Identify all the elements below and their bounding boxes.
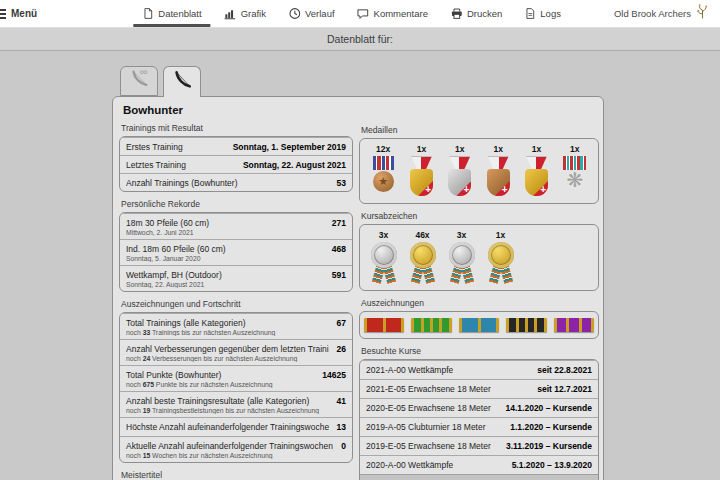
row-value: Sonntag, 22. August 2021 bbox=[243, 160, 346, 170]
course-badges-section-title: Kursabzeichen bbox=[361, 211, 597, 221]
tab-bowhunter[interactable] bbox=[163, 66, 201, 97]
badge-count: 3x bbox=[379, 230, 388, 240]
table-row: 2021-E-05 Erwachsene 18 Meter seit 12.7.… bbox=[360, 379, 598, 398]
club-logo-icon bbox=[695, 3, 710, 24]
row-label: Höchste Anzahl aufeinanderfolgender Trai… bbox=[126, 422, 329, 432]
rosette-badge-icon bbox=[368, 242, 400, 283]
row-value: 14625 bbox=[322, 370, 346, 380]
hamburger-icon bbox=[0, 9, 6, 19]
page-title: Datenblatt für: bbox=[327, 33, 393, 45]
menu-button[interactable]: Menü bbox=[0, 8, 37, 19]
row-value: Sonntag, 1. September 2019 bbox=[233, 142, 346, 152]
ribbon-segment bbox=[528, 318, 534, 332]
row-label: 18m 30 Pfeile (60 cm) bbox=[126, 218, 324, 228]
row-subtext: Sonntag, 22. August 2021 bbox=[126, 281, 324, 288]
award-ribbon bbox=[506, 318, 546, 332]
row-subtext: noch 15 Wochen bis zur nächsten Auszeich… bbox=[126, 452, 333, 459]
row-subtext: Sonntag, 5. Januar 2020 bbox=[126, 255, 324, 262]
ribbon-segment bbox=[509, 318, 515, 332]
trainings-section-title: Trainings mit Resultat bbox=[121, 123, 351, 133]
medal: 1x bbox=[519, 144, 553, 196]
tab-grafik[interactable]: Grafik bbox=[224, 0, 266, 27]
nav-label: Kommentare bbox=[374, 8, 428, 19]
champion-section-title: Meistertitel bbox=[121, 470, 351, 480]
medal-count: 12x bbox=[376, 144, 390, 154]
medal: 1x bbox=[443, 144, 477, 196]
datasheet-panel: Bowhunter Trainings mit Resultat Erstes … bbox=[112, 96, 604, 480]
course-label: 2019-A-05 Clubturnier 18 Meter bbox=[366, 422, 486, 432]
medals-section-title: Medaillen bbox=[361, 125, 597, 135]
table-row: Anzahl beste Trainingsresultate (alle Ka… bbox=[120, 391, 352, 417]
row-label: Wettkampf, BH (Outdoor) bbox=[126, 270, 324, 280]
row-label: Ind. 18m 60 Pfeile (60 cm) bbox=[126, 244, 324, 254]
row-value: 13 bbox=[337, 422, 346, 432]
medal-pendant bbox=[448, 169, 471, 196]
tab-compound-bow[interactable] bbox=[120, 66, 158, 96]
row-label: Anzahl Verbesserungen gegenüber dem letz… bbox=[126, 344, 329, 354]
table-row: 2021-A-00 Wettkämpfe seit 22.8.2021 bbox=[360, 360, 598, 379]
medal: 1x bbox=[404, 144, 438, 196]
courses-section-title: Besuchte Kurse bbox=[361, 346, 597, 356]
table-row: 18m 30 Pfeile (60 cm) Mittwoch, 2. Juni … bbox=[120, 213, 352, 239]
ribbon-segment bbox=[442, 318, 448, 332]
records-box: 18m 30 Pfeile (60 cm) Mittwoch, 2. Juni … bbox=[119, 212, 353, 292]
table-row: 2020-E-05 Erwachsene 18 Meter 14.1.2020 … bbox=[360, 398, 598, 417]
medal-pendant bbox=[563, 169, 586, 192]
ribbon-segment bbox=[414, 318, 420, 332]
topbar: Menü Datenblatt Grafik Verlauf Kommentar… bbox=[0, 0, 720, 28]
medal-ribbon bbox=[373, 156, 394, 170]
row-value: 468 bbox=[332, 244, 346, 254]
tab-logs[interactable]: Logs bbox=[524, 0, 561, 27]
ribbon-segment bbox=[481, 318, 497, 332]
club-identity: Old Brook Archers bbox=[614, 3, 710, 24]
bowhunter-bow-icon bbox=[172, 70, 192, 94]
tab-datenblatt[interactable]: Datenblatt bbox=[142, 0, 201, 27]
menu-label: Menü bbox=[11, 8, 37, 19]
table-row: Anzahl Verbesserungen gegenüber dem letz… bbox=[120, 339, 352, 365]
award-ribbon bbox=[554, 318, 594, 332]
ribbon-segment bbox=[367, 318, 383, 332]
tab-drucken[interactable]: Drucken bbox=[450, 0, 502, 27]
table-row: Höchste Anzahl aufeinanderfolgender Trai… bbox=[120, 417, 352, 436]
medal-pendant bbox=[525, 169, 548, 196]
medal-count: 1x bbox=[532, 144, 541, 154]
row-label: Aktuelle Anzahl aufeinanderfolgender Tra… bbox=[126, 441, 333, 451]
table-row: Letztes Training Sonntag, 22. August 202… bbox=[120, 155, 352, 173]
row-subtext: noch 19 Trainingsbestleistungen bis zur … bbox=[126, 407, 329, 414]
ribbon-segment bbox=[582, 318, 591, 332]
row-label: Total Trainings (alle Kategorien) bbox=[126, 318, 329, 328]
medal-ribbon bbox=[449, 156, 470, 170]
trainings-box: Erstes Training Sonntag, 1. September 20… bbox=[119, 136, 353, 192]
rosette-badge-icon bbox=[446, 242, 478, 283]
table-row: Anzahl Trainings (Bowhunter) 53 bbox=[120, 173, 352, 191]
awards-box bbox=[359, 311, 599, 339]
show-hidden-courses-button[interactable]: ... 8 ausgeblendete Kurse anzeigen bbox=[360, 474, 598, 480]
course-badge: 3x bbox=[366, 230, 401, 283]
tab-verlauf[interactable]: Verlauf bbox=[288, 0, 335, 27]
medal-graphic bbox=[373, 156, 394, 192]
ribbon-segment bbox=[424, 318, 430, 332]
course-date: seit 22.8.2021 bbox=[537, 365, 592, 375]
medal-count: 1x bbox=[417, 144, 426, 154]
medal-count: 1x bbox=[493, 144, 502, 154]
row-label: Erstes Training bbox=[126, 142, 183, 152]
medals-box: 12x 1x bbox=[359, 138, 599, 204]
course-rows: 2021-A-00 Wettkämpfe seit 22.8.2021 2021… bbox=[360, 360, 598, 474]
table-row: 2019-E-05 Erwachsene 18 Meter 3.11.2019 … bbox=[360, 436, 598, 455]
club-name: Old Brook Archers bbox=[614, 8, 691, 19]
rosette-badge-icon bbox=[485, 242, 517, 283]
main-nav: Datenblatt Grafik Verlauf Kommentare Dru… bbox=[142, 0, 561, 27]
compound-bow-icon bbox=[129, 69, 149, 93]
row-subtext: noch 33 Trainings bis zur nächsten Ausze… bbox=[126, 329, 329, 336]
page-title-bar: Datenblatt für: bbox=[0, 28, 720, 51]
course-label: 2021-A-00 Wettkämpfe bbox=[366, 365, 453, 375]
course-badges-box: 3x 46x bbox=[359, 224, 599, 291]
course-date: 5.1.2020 – 13.9.2020 bbox=[512, 460, 592, 470]
course-badge: 46x bbox=[405, 230, 440, 283]
history-icon bbox=[288, 7, 301, 20]
tab-kommentare[interactable]: Kommentare bbox=[357, 0, 428, 27]
table-row: Erstes Training Sonntag, 1. September 20… bbox=[120, 137, 352, 155]
medal-graphic bbox=[563, 156, 586, 192]
course-date: seit 12.7.2021 bbox=[537, 384, 592, 394]
medal-graphic bbox=[448, 156, 471, 196]
